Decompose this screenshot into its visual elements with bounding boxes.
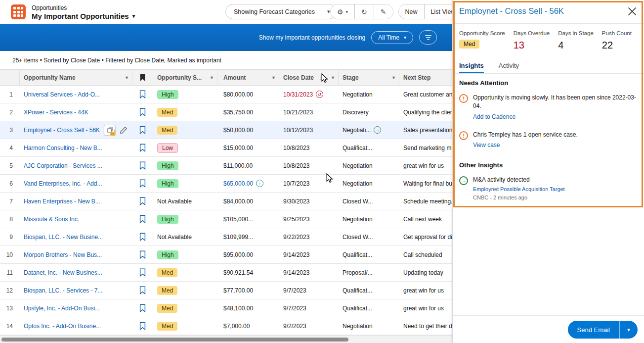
- column-header-close-date[interactable]: Close Date ↓ ▾: [279, 70, 339, 85]
- refresh-icon: ↻: [361, 8, 367, 16]
- amount-value: $35,750.00: [223, 109, 253, 116]
- next-step: Send marketing ma...: [399, 145, 452, 151]
- bookmark-icon[interactable]: [139, 215, 146, 223]
- opportunity-name-link[interactable]: Employnet - Cross Sell - 56K: [24, 127, 100, 134]
- amount-value: $84,000.00: [223, 198, 253, 205]
- bookmark-icon[interactable]: [139, 322, 146, 330]
- score-badge: Med: [157, 322, 177, 331]
- stat-label: Days in Stage: [558, 30, 594, 36]
- chevron-down-icon[interactable]: ▾: [390, 75, 395, 80]
- forecast-categories-button[interactable]: Showing Forecast Categories ▾: [225, 4, 337, 19]
- column-header-opportunity-score[interactable]: Opportunity S... ▾: [153, 70, 217, 85]
- list-view-title[interactable]: My Important Opportunities ▾: [32, 12, 135, 20]
- opportunity-name-link[interactable]: Vand Enterprises, Inc. - Add...: [24, 180, 102, 187]
- insight-article-link[interactable]: Employnet Possible Acquisition Target: [473, 186, 565, 192]
- column-header-amount[interactable]: Amount ▾: [217, 70, 279, 85]
- column-header-important-flag[interactable]: [132, 70, 153, 85]
- bookmark-icon[interactable]: [139, 268, 146, 277]
- bookmark-icon[interactable]: [139, 179, 146, 188]
- salesforce-app-window: Opportunities My Important Opportunities…: [0, 0, 644, 343]
- chevron-down-icon[interactable]: ▾: [209, 75, 213, 80]
- horizontal-scrollbar-thumb[interactable]: [1, 338, 348, 342]
- tab-insights[interactable]: Insights: [459, 57, 484, 73]
- banner-content: Show my important opportunities closing …: [259, 24, 437, 51]
- opportunity-name-link[interactable]: Harmon Consulting - New B...: [24, 145, 102, 151]
- stat-value: 13: [514, 40, 550, 51]
- insight-source: CNBC - 2 minutes ago: [473, 195, 565, 200]
- opportunity-name-link[interactable]: AJC Corporation - Services ...: [24, 162, 102, 169]
- stage-value: Qualificat...: [343, 305, 372, 312]
- overdue-icon: ↺: [316, 91, 323, 98]
- opportunity-name-link[interactable]: Biospan, LLC. - Services - 7...: [24, 287, 102, 294]
- close-date-value: 9/30/2023: [283, 198, 309, 205]
- row-number: 8: [0, 216, 20, 223]
- row-number: 2: [0, 109, 20, 116]
- next-step: Call scheduled: [399, 251, 452, 258]
- opportunity-stats: Opportunity Score Med Days Overdue 13 Da…: [459, 30, 632, 51]
- list-view-title-text: My Important Opportunities: [32, 12, 129, 20]
- chevron-down-icon[interactable]: ▾: [270, 75, 275, 80]
- opportunity-name-link[interactable]: Universal Services - Add-O...: [24, 91, 100, 98]
- stage-value: Qualificat...: [343, 287, 372, 294]
- opportunity-name-link[interactable]: Morpon Brothers - New Bus...: [24, 251, 102, 258]
- bookmark-icon[interactable]: [139, 126, 146, 134]
- score-badge: High: [157, 250, 178, 259]
- stat-value: 22: [602, 40, 632, 51]
- icon-button-group: ⚙ ▾ ↻ ✎: [330, 4, 393, 19]
- bookmark-icon[interactable]: [139, 197, 146, 205]
- list-settings-button[interactable]: ⚙ ▾: [331, 4, 354, 19]
- next-step: Updating today: [399, 269, 452, 276]
- close-date-value: 9/7/2023: [283, 305, 306, 312]
- opportunity-name-link[interactable]: Biospan, LLC. - New Busine...: [24, 234, 103, 241]
- horizontal-scrollbar-track[interactable]: [0, 335, 452, 343]
- chevron-down-icon[interactable]: ▾: [330, 75, 334, 80]
- attention-action-link[interactable]: View case: [473, 142, 500, 148]
- bookmark-icon[interactable]: [139, 161, 146, 170]
- copy-button[interactable]: [104, 125, 116, 136]
- chevron-down-icon[interactable]: ▾: [124, 75, 128, 80]
- stat-label: Push Count: [602, 30, 632, 36]
- send-email-dropdown-button[interactable]: ▾: [619, 321, 638, 339]
- bookmark-icon[interactable]: [139, 144, 146, 152]
- send-email-button[interactable]: Send Email: [568, 321, 619, 339]
- bookmark-icon[interactable]: [139, 90, 146, 98]
- warning-icon: !: [459, 94, 468, 103]
- stage-value: Qualificat...: [343, 145, 372, 151]
- opportunity-name-link[interactable]: Haven Enterprises - New B...: [24, 198, 100, 205]
- refresh-button[interactable]: ↻: [354, 4, 374, 19]
- new-button[interactable]: New: [399, 4, 424, 19]
- time-filter-dropdown[interactable]: All Time ▾: [371, 31, 413, 44]
- opportunity-name-link[interactable]: Upstyle, Inc. - Add-On Busi...: [24, 305, 100, 312]
- opportunity-name-link[interactable]: Missoula & Sons Inc.: [24, 216, 79, 223]
- bookmark-icon[interactable]: [139, 286, 146, 294]
- attention-action-link[interactable]: Add to Cadence: [473, 113, 515, 120]
- edit-list-button[interactable]: ✎: [374, 4, 393, 19]
- close-date-value: 10/7/2023: [283, 180, 309, 187]
- table-row: 12 Biospan, LLC. - Services - 7... ☝: [0, 282, 452, 299]
- inline-edit-pencil-icon[interactable]: [120, 126, 128, 134]
- bookmark-icon[interactable]: [139, 233, 146, 241]
- score-badge: High: [157, 179, 178, 188]
- opportunities-table: Opportunity Name ▾ Opportunity S... ▾ Am…: [0, 69, 452, 335]
- column-header-stage[interactable]: Stage ▾: [339, 70, 399, 85]
- forecast-categories-label: Showing Forecast Categories: [234, 8, 315, 15]
- next-step: Get approval for dis...: [399, 234, 452, 241]
- chevron-down-icon[interactable]: ▾: [327, 8, 330, 15]
- filters-button[interactable]: [419, 30, 437, 45]
- tab-activity[interactable]: Activity: [499, 57, 519, 73]
- close-date-value: 9/22/2023: [283, 234, 309, 241]
- attention-text: Chris Templey has 1 open service case.: [473, 131, 578, 139]
- object-context-label: Opportunities: [32, 4, 67, 11]
- column-header-opportunity-name[interactable]: Opportunity Name ▾: [20, 70, 132, 85]
- column-header-next-step[interactable]: Next Step ▾: [399, 70, 452, 85]
- opportunity-name-link[interactable]: Optos Inc. - Add-On Busine...: [24, 323, 101, 330]
- chevron-down-icon[interactable]: ▾: [132, 13, 135, 19]
- bookmark-icon[interactable]: [139, 108, 146, 116]
- close-panel-button[interactable]: [626, 5, 638, 17]
- row-number: 1: [0, 91, 20, 98]
- bookmark-icon[interactable]: [139, 250, 146, 259]
- bookmark-icon[interactable]: [139, 304, 146, 312]
- opportunity-name-link[interactable]: Datanet, Inc. - New Busines...: [24, 269, 102, 276]
- opportunity-name-link[interactable]: XPower - Services - 44K: [24, 109, 88, 116]
- row-number: 14: [0, 323, 20, 330]
